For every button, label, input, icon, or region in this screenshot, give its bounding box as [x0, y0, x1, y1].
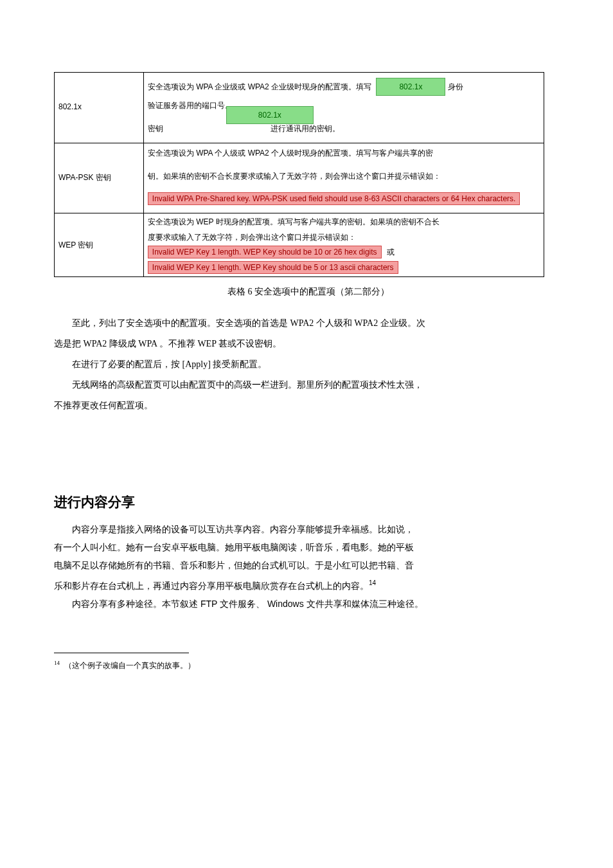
- body-p5: 不推荐更改任何配置项。: [54, 398, 563, 413]
- row3-error-msg-2: Invalid WEP Key 1 length. WEP Key should…: [148, 261, 398, 274]
- section-p2: 有一个人叫小红。她有一台安卓平板电脑。她用平板电脑阅读，听音乐，看电影。她的平板: [54, 539, 563, 555]
- row1-line3: 密钥 XXXXXXXXXXXXXXXXXXXX 进行通讯用的密钥。: [148, 124, 340, 133]
- section-p4: 乐和影片存在台式机上，再通过内容分享用平板电脑欣赏存在台式机上的内容。14: [54, 575, 563, 593]
- section-p1: 内容分享是指接入网络的设备可以互访共享内容。内容分享能够提升幸福感。比如说，: [54, 521, 563, 537]
- section-body: 内容分享是指接入网络的设备可以互访共享内容。内容分享能够提升幸福感。比如说， 有…: [54, 521, 563, 611]
- row1-left-label: 802.1x: [58, 102, 82, 111]
- config-table: 802.1x 安全选项设为 WPA 企业级或 WPA2 企业级时现身的配置项。填…: [54, 72, 544, 277]
- row3-left-label: WEP 密钥: [58, 240, 93, 249]
- row3-error-msg-1: Invalid WEP Key 1 length. WEP Key should…: [148, 246, 382, 258]
- body-p1: 至此，列出了安全选项中的配置项。安全选项的首选是 WPA2 个人级和 WPA2 …: [54, 316, 563, 331]
- row1-line1: 安全选项设为 WPA 企业级或 WPA2 企业级时现身的配置项。填写 802.1…: [148, 78, 463, 96]
- row3-line1: 安全选项设为 WEP 时现身的配置项。填写与客户端共享的密钥。如果填的密钥不合长: [148, 217, 440, 226]
- body-paragraphs: 至此，列出了安全选项中的配置项。安全选项的首选是 WPA2 个人级和 WPA2 …: [54, 316, 563, 413]
- section-p3: 电脑不足以存储她所有的书籍、音乐和影片，但她的台式机可以。于是小红可以把书籍、音: [54, 557, 563, 573]
- row2-line1: 安全选项设为 WPA 个人级或 WPA2 个人级时现身的配置项。填写与客户端共享…: [148, 149, 433, 158]
- badge-8021x-right: 802.1x: [376, 78, 445, 96]
- badge-8021x-left: 802.1x: [226, 106, 314, 124]
- body-p2: 选是把 WPA2 降级成 WPA 。不推荐 WEP 甚或不设密钥。: [54, 336, 563, 352]
- footnote-rule: [54, 653, 189, 653]
- row2-error-msg: Invalid WPA Pre-Shared key. WPA-PSK used…: [148, 192, 520, 205]
- row2-left-label: WPA-PSK 密钥: [58, 173, 111, 182]
- row1-line2: 验证服务器用的端口号。: [148, 101, 233, 110]
- table-caption: 表格 6 安全选项中的配置项（第二部分）: [54, 286, 563, 298]
- section-p5: 内容分享有多种途径。本节叙述 FTP 文件服务、 Windows 文件共享和媒体…: [54, 596, 563, 611]
- footnote: 14 （这个例子改编自一个真实的故事。）: [54, 660, 563, 671]
- body-p3: 在进行了必要的配置后，按 [Apply] 接受新配置。: [54, 357, 563, 372]
- body-p4: 无线网络的高级配置页可以由配置页中的高级一栏进到。那里所列的配置项技术性太强，: [54, 377, 563, 393]
- row3-or: 或: [387, 248, 395, 257]
- section-heading: 进行内容分享: [54, 493, 563, 511]
- row3-line2: 度要求或输入了无效字符，则会弹出这个窗口并提示错误如：: [148, 233, 356, 242]
- row2-line2: 钥。如果填的密钥不合长度要求或输入了无效字符，则会弹出这个窗口并提示错误如：: [148, 172, 441, 181]
